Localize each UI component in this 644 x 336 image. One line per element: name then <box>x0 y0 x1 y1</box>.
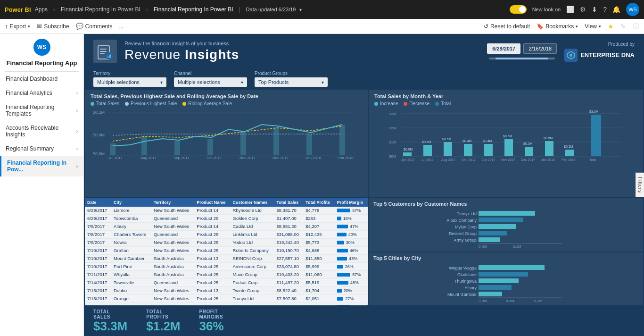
dropdown-arrow[interactable]: ▾ <box>299 7 302 12</box>
svg-text:Jul 2017: Jul 2017 <box>108 156 123 160</box>
sidebar-item-financial-dashboard[interactable]: Financial Dashboard <box>0 72 83 86</box>
channel-select[interactable]: Multiple selections <box>174 77 247 87</box>
svg-rect-73 <box>479 218 523 222</box>
sidebar-app-title: Financial Reporting App <box>0 58 83 71</box>
enterprise-dna: ENTERPRISE DNA <box>564 49 635 62</box>
kpi-footer: TOTALSALES $3.3M TOTALPROFITS $1.2M PROF… <box>84 306 644 336</box>
svg-rect-5 <box>107 56 108 58</box>
svg-rect-77 <box>479 231 507 235</box>
sidebar-item-accounts-receivable-insights[interactable]: Accounts Receivable Insights › <box>0 121 83 142</box>
territory-select[interactable]: Multiple selections <box>93 77 166 87</box>
svg-text:Total: Total <box>589 158 596 161</box>
svg-rect-71 <box>479 211 535 216</box>
svg-text:Jul 2017: Jul 2017 <box>421 158 434 161</box>
star-icon[interactable]: ★ <box>608 23 614 30</box>
subscribe-button[interactable]: ✉ Subscribe <box>37 23 69 30</box>
svg-rect-48 <box>484 144 493 156</box>
table-row: 7/10/2017GraftonNew South WalesProduct 2… <box>85 246 368 254</box>
svg-rect-17 <box>141 136 147 155</box>
svg-text:Sep 2017: Sep 2017 <box>173 156 190 160</box>
svg-text:Feb 2018: Feb 2018 <box>561 158 576 161</box>
reset-button[interactable]: ↺ Reset to default <box>484 23 530 30</box>
svg-text:$0.5M: $0.5M <box>442 137 452 141</box>
filter-product-groups: Product Groups Top Products <box>255 71 328 87</box>
report-area: Review the financial insights of your bu… <box>84 34 644 336</box>
notifications-icon[interactable]: 🔔 <box>612 6 620 13</box>
report-header: Review the financial insights of your bu… <box>84 34 644 68</box>
data-updated: Data updated 6/23/19 <box>246 7 296 12</box>
sidebar-item-label: Accounts Receivable Insights <box>6 125 74 138</box>
topbar-report-title: Financial Reporting In Power BI <box>154 6 233 13</box>
svg-text:Aibox Company: Aibox Company <box>446 218 477 223</box>
export-chevron: ▾ <box>28 24 30 29</box>
svg-text:0.1M: 0.1M <box>506 299 514 303</box>
new-look-toggle[interactable] <box>510 5 527 14</box>
export-button[interactable]: ↑ Export ▾ <box>5 23 30 30</box>
table-row: 7/10/2017Mount GambierSouth AustraliaPro… <box>85 254 368 262</box>
kpi-profit-margins: PROFITMARGINS 36% <box>199 309 224 333</box>
product-groups-select[interactable]: Top Products <box>255 77 328 87</box>
date-range: 6/29/2017 2/16/2018 <box>487 43 557 59</box>
svg-text:$0.2M: $0.2M <box>564 145 573 148</box>
right-bottom-panels: Top 5 Customers by Customer Names Trunyx… <box>369 198 643 306</box>
monitor-icon[interactable]: ⬜ <box>566 6 574 13</box>
svg-text:Oct 2017: Oct 2017 <box>206 156 222 160</box>
svg-text:Dec 2017: Dec 2017 <box>272 156 289 160</box>
sidebar-item-financial-reporting-in-power[interactable]: Financial Reporting In Pow... › <box>0 156 83 176</box>
svg-rect-58 <box>591 115 601 156</box>
svg-rect-54 <box>545 141 553 156</box>
top-bar: Power BI Apps › Financial Reporting In P… <box>0 0 644 19</box>
svg-text:$0.4M: $0.4M <box>462 139 472 143</box>
sidebar-item-financial-analytics[interactable]: Financial Analytics › <box>0 86 83 100</box>
report-title: Revenue Insights <box>124 47 479 62</box>
svg-rect-16 <box>110 143 116 155</box>
more-button[interactable]: ... <box>119 23 124 30</box>
bookmarks-button[interactable]: 🔖 Bookmarks ▾ <box>537 23 578 30</box>
svg-rect-52 <box>525 147 533 156</box>
svg-rect-75 <box>479 224 516 229</box>
date-pill-start[interactable]: 6/29/2017 <box>487 43 520 54</box>
settings-icon[interactable]: ⚙ <box>580 6 586 13</box>
info-icon[interactable]: ⓘ <box>633 22 639 31</box>
user-avatar[interactable]: WS <box>626 3 639 16</box>
charts-area: Total Sales, Previous Highest Sale and R… <box>84 90 644 306</box>
main-layout: WS Financial Reporting App Financial Das… <box>0 34 644 336</box>
svg-text:0.0M: 0.0M <box>479 299 487 303</box>
legend-decrease: Decrease <box>404 101 429 106</box>
chevron-icon: › <box>76 129 78 134</box>
svg-point-9 <box>570 54 572 57</box>
svg-text:Aug 2017: Aug 2017 <box>441 158 455 162</box>
svg-text:Mylan Corp: Mylan Corp <box>455 225 477 229</box>
table-scroll[interactable]: Date City Territory Product Name Custome… <box>85 198 368 306</box>
help-icon[interactable]: ? <box>603 6 607 13</box>
comments-button[interactable]: 💬 Comments <box>76 23 113 30</box>
svg-text:0.1M: 0.1M <box>513 244 521 249</box>
filters-tab[interactable]: Filters <box>636 173 644 197</box>
sidebar-item-regional-summary[interactable]: Regional Summary › <box>0 142 83 156</box>
table-row: 7/15/2017OrangeNew South WalesProduct 25… <box>85 294 368 302</box>
table-row: 7/14/2017TownsvilleQueenslandProduct 25P… <box>85 278 368 286</box>
customers-chart-svg: Trunyx Ltd Aibox Company Mylan Corp Dese… <box>373 209 638 251</box>
svg-rect-56 <box>565 150 574 156</box>
breadcrumb-report[interactable]: Financial Reporting In Power BI <box>61 6 140 13</box>
download-icon[interactable]: ⬇ <box>592 6 597 13</box>
svg-text:Wagga Wagga: Wagga Wagga <box>449 266 477 270</box>
kpi-profit-margins-value: 36% <box>199 319 224 333</box>
date-slider[interactable] <box>489 58 555 59</box>
kpi-profit-margins-label: PROFITMARGINS <box>199 309 224 319</box>
chevron-icon: › <box>76 146 78 151</box>
filter-channel: Channel Multiple selections <box>174 71 247 87</box>
apps-link[interactable]: Apps <box>35 6 48 13</box>
edit-icon[interactable]: ✎ <box>620 23 626 30</box>
date-pill-end[interactable]: 2/16/2018 <box>523 43 557 54</box>
table-row: 7/15/2017DubboNew South WalesProduct 13T… <box>85 286 368 294</box>
svg-rect-21 <box>273 127 279 155</box>
svg-rect-50 <box>504 139 513 156</box>
svg-rect-46 <box>464 144 472 156</box>
territory-select-wrap: Multiple selections <box>93 77 166 87</box>
sidebar-item-financial-reporting-templates[interactable]: Financial Reporting Templates › <box>0 100 83 121</box>
svg-text:$0M: $0M <box>389 154 396 159</box>
svg-rect-18 <box>174 141 180 155</box>
svg-text:$3M: $3M <box>389 112 396 116</box>
view-button[interactable]: View ▾ <box>585 23 601 30</box>
